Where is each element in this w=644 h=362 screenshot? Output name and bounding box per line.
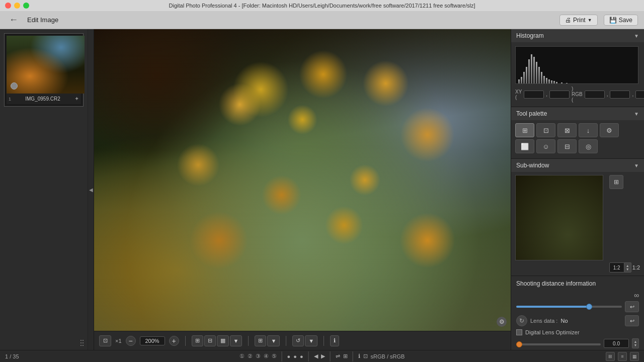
svg-rect-5: [531, 54, 532, 84]
rgb-r-input[interactable]: [585, 90, 605, 99]
zoom-x1-button[interactable]: ×1: [115, 338, 122, 344]
tool-select-button[interactable]: ⊟: [557, 139, 577, 153]
svg-rect-9: [541, 72, 542, 84]
panel-resize-handle[interactable]: [78, 338, 86, 348]
rgb-b-input[interactable]: [635, 90, 644, 99]
rgb-g-input[interactable]: [610, 90, 630, 99]
image-area: ⚙: [94, 29, 511, 331]
refresh-button[interactable]: ↻: [516, 315, 527, 326]
zoom-out-button[interactable]: −: [126, 336, 136, 346]
tool-basic-adjust-button[interactable]: ⊞: [515, 123, 534, 137]
sky-overlay: [344, 29, 511, 180]
minimize-button[interactable]: [14, 3, 20, 9]
lens-reset-button[interactable]: ↩: [625, 315, 639, 326]
list-icon-button[interactable]: ≡: [618, 352, 627, 361]
back-button[interactable]: ←: [6, 15, 21, 25]
thumbnail-settings-icon[interactable]: ✦: [74, 96, 79, 102]
rating-1[interactable]: ①: [239, 353, 245, 359]
optimizer-row: Digital Lens Optimizer: [516, 329, 639, 335]
tool-tone-button[interactable]: ⊡: [536, 123, 555, 137]
save-label: Save: [619, 17, 632, 24]
layout-triple-button[interactable]: ▦: [217, 335, 229, 346]
rating-3[interactable]: ③: [256, 353, 261, 359]
zoom-in-button[interactable]: +: [169, 336, 179, 346]
layout-buttons: ⊞ ⊟ ▦ ▼: [192, 335, 243, 346]
svg-rect-15: [556, 82, 557, 84]
tool-lens-button[interactable]: ◎: [579, 139, 598, 153]
distance-slider[interactable]: [516, 306, 622, 308]
tool-stamp-button[interactable]: ↓: [579, 123, 598, 137]
svg-rect-18: [576, 83, 578, 84]
tool-palette-content: ⊞ ⊡ ⊠ ↓ ⚙ ⬜ ☺ ⊟ ◎: [511, 120, 644, 158]
filmstrip-icon-button[interactable]: ▦: [630, 352, 639, 361]
xy-y-input[interactable]: [549, 90, 570, 99]
distance-reset-button[interactable]: ↩: [625, 301, 639, 312]
xy-x-input[interactable]: [524, 90, 544, 99]
tool-crop-button[interactable]: ⊠: [557, 123, 577, 137]
layout-dropdown[interactable]: ▼: [230, 335, 243, 346]
tool-raw-button[interactable]: ⬜: [515, 139, 534, 153]
shooting-distance-content: Shooting distance information ∞ ↩ ↻ Lens…: [511, 276, 644, 350]
xy-label: XY (: [515, 89, 522, 100]
layout-single-button[interactable]: ⊞: [192, 335, 203, 346]
sub-window-wrapper: ⊞: [515, 175, 640, 260]
sub-scale-arrows[interactable]: ▲ ▼: [624, 262, 631, 273]
dot-3[interactable]: ●: [300, 353, 303, 359]
rating-5[interactable]: ⑤: [272, 353, 277, 359]
svg-rect-2: [523, 72, 525, 84]
optimizer-value-slider[interactable]: [516, 343, 601, 345]
dot-1[interactable]: ●: [287, 353, 291, 359]
sub-window-header[interactable]: Sub-window ▼: [511, 159, 644, 172]
thumbnail-badge: 1: [9, 97, 11, 102]
dot-2[interactable]: ●: [293, 353, 297, 359]
monitor-icon[interactable]: ⊡: [363, 353, 368, 359]
sub-scale-display: 1:2: [632, 264, 640, 270]
rating-4[interactable]: ④: [264, 353, 269, 359]
tool-face-button[interactable]: ☺: [536, 139, 555, 153]
thumbnail-item[interactable]: 1 IMG_0959.CR2 ✦: [4, 33, 84, 107]
rotate-button[interactable]: ↺: [292, 335, 304, 346]
maximize-button[interactable]: [23, 3, 29, 9]
shooting-distance-section: Shooting distance information ∞ ↩ ↻ Lens…: [511, 276, 644, 350]
left-panel: 1 IMG_0959.CR2 ✦: [0, 29, 88, 350]
rating-2[interactable]: ②: [248, 353, 253, 359]
svg-rect-12: [548, 79, 550, 84]
main-content: 1 IMG_0959.CR2 ✦ ◀ ⚙: [0, 29, 644, 350]
action-dropdown[interactable]: ▼: [305, 335, 317, 346]
compare-icon[interactable]: ⊞: [343, 353, 348, 359]
sub-scale-input[interactable]: [609, 262, 624, 273]
tool-palette-chevron-icon: ▼: [634, 111, 639, 117]
grid-dropdown[interactable]: ▼: [267, 335, 280, 346]
tool-palette-header[interactable]: Tool palette ▼: [511, 107, 644, 120]
lens-data-value: No: [560, 318, 568, 324]
close-button[interactable]: [5, 3, 11, 9]
prev-button[interactable]: ◀: [314, 353, 318, 359]
transfer-icon[interactable]: ⇌: [336, 353, 340, 359]
infinity-symbol: ∞: [516, 291, 639, 299]
sub-fullscreen-button[interactable]: ⊞: [609, 175, 623, 189]
collapse-panel-button[interactable]: ◀: [88, 29, 94, 350]
image-settings-icon[interactable]: ⚙: [497, 317, 507, 327]
svg-rect-10: [543, 76, 545, 84]
tool-palette-title: Tool palette: [516, 110, 547, 117]
sub-window-controls: ⊞: [609, 175, 623, 260]
histogram-header[interactable]: Histogram ▼: [511, 29, 644, 42]
optimizer-value-display: 0.0: [604, 339, 629, 348]
main-toolbar: ← Edit Image 🖨 Print ▼ 💾 Save: [0, 11, 644, 29]
edit-image-label: Edit Image: [27, 16, 58, 24]
optimizer-checkbox[interactable]: [516, 329, 522, 335]
tool-settings-button[interactable]: ⚙: [600, 123, 619, 137]
tool-row-2: ⬜ ☺ ⊟ ◎: [515, 139, 640, 153]
optimizer-value-stepper[interactable]: ▲ ▼: [632, 338, 639, 348]
print-button[interactable]: 🖨 Print ▼: [559, 15, 598, 26]
grid-view-button[interactable]: ⊞: [255, 335, 266, 346]
layout-double-button[interactable]: ⊟: [204, 335, 216, 346]
info-icon[interactable]: ℹ: [358, 353, 360, 359]
info-button[interactable]: ℹ: [330, 335, 339, 346]
save-button[interactable]: 💾 Save: [604, 15, 638, 26]
lens-reset-icon: ↩: [630, 318, 634, 324]
grid-icon-button[interactable]: ⊞: [606, 352, 615, 361]
sub-scale-stepper[interactable]: ▲ ▼: [609, 262, 631, 273]
view-mode-button[interactable]: ⊡: [99, 335, 111, 346]
next-button[interactable]: ▶: [321, 353, 325, 359]
